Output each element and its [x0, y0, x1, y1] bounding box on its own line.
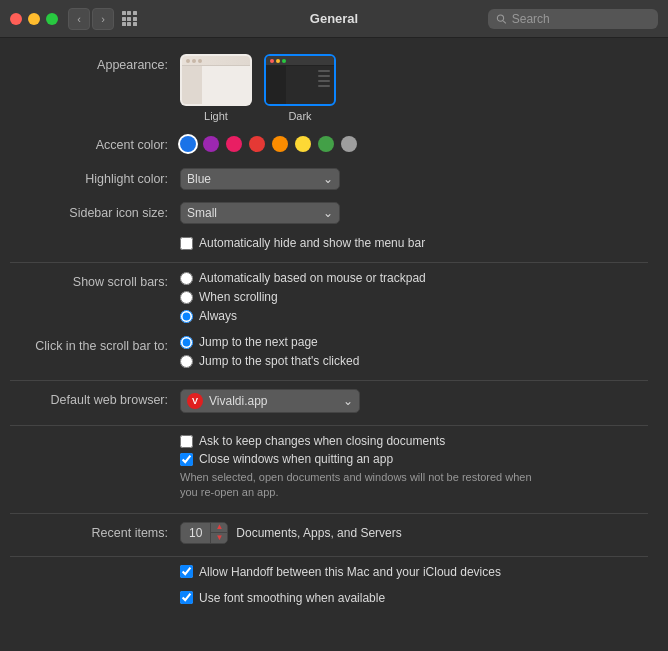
accent-color-options [180, 136, 648, 152]
font-smoothing-label[interactable]: Use font smoothing when available [199, 591, 385, 605]
content-area: Appearance: Light [0, 38, 668, 651]
back-button[interactable]: ‹ [68, 8, 90, 30]
font-smoothing-checkbox-row: Use font smoothing when available [180, 591, 648, 605]
click-next-page-row: Jump to the next page [180, 335, 648, 349]
handoff-label[interactable]: Allow Handoff between this Mac and your … [199, 565, 501, 579]
accent-yellow[interactable] [295, 136, 311, 152]
accent-color-row: Accent color: [10, 134, 648, 156]
scroll-auto-radio[interactable] [180, 272, 193, 285]
chevron-down-icon: ⌄ [323, 173, 333, 185]
accent-pink[interactable] [226, 136, 242, 152]
grid-icon [122, 11, 137, 26]
search-icon [496, 13, 507, 25]
recent-items-suffix: Documents, Apps, and Servers [236, 526, 401, 540]
menu-bar-checkbox[interactable] [180, 237, 193, 250]
scroll-scrolling-row: When scrolling [180, 290, 648, 304]
close-button[interactable] [10, 13, 22, 25]
font-smoothing-checkbox[interactable] [180, 591, 193, 604]
recent-items-stepper[interactable]: 10 ▲ ▼ [180, 522, 228, 544]
divider-5 [10, 556, 648, 557]
divider-1 [10, 262, 648, 263]
forward-button[interactable]: › [92, 8, 114, 30]
svg-point-0 [497, 14, 503, 20]
scroll-always-row: Always [180, 309, 648, 323]
appearance-options: Light Dark [180, 54, 648, 122]
default-browser-label: Default web browser: [10, 389, 180, 411]
font-smoothing-row: Use font smoothing when available [10, 591, 648, 605]
scroll-scrolling-label[interactable]: When scrolling [199, 290, 278, 304]
search-bar[interactable] [488, 9, 658, 29]
scroll-always-radio[interactable] [180, 310, 193, 323]
scroll-scrolling-radio[interactable] [180, 291, 193, 304]
highlight-color-label: Highlight color: [10, 168, 180, 190]
dark-theme-option[interactable]: Dark [264, 54, 336, 122]
click-next-page-radio[interactable] [180, 336, 193, 349]
recent-items-row: Recent items: 10 ▲ ▼ Documents, Apps, an… [10, 522, 648, 544]
highlight-color-row: Highlight color: Blue ⌄ [10, 168, 648, 190]
accent-red[interactable] [249, 136, 265, 152]
keep-changes-checkbox-row: Ask to keep changes when closing documen… [180, 434, 648, 448]
traffic-lights [10, 13, 58, 25]
accent-gray[interactable] [341, 136, 357, 152]
handoff-checkbox-row: Allow Handoff between this Mac and your … [180, 565, 648, 579]
sidebar-icon-size-dropdown[interactable]: Small ⌄ [180, 202, 340, 224]
vivaldi-icon: V [187, 393, 203, 409]
recent-items-value: 10 [181, 526, 210, 540]
accent-green[interactable] [318, 136, 334, 152]
menu-bar-row: Automatically hide and show the menu bar [10, 236, 648, 250]
light-theme-option[interactable]: Light [180, 54, 252, 122]
default-browser-row: Default web browser: V Vivaldi.app ⌄ [10, 389, 648, 413]
click-scroll-bar-row: Click in the scroll bar to: Jump to the … [10, 335, 648, 368]
scroll-always-label[interactable]: Always [199, 309, 237, 323]
stepper-buttons: ▲ ▼ [210, 522, 227, 544]
show-scroll-bars-row: Show scroll bars: Automatically based on… [10, 271, 648, 323]
default-browser-dropdown[interactable]: V Vivaldi.app ⌄ [180, 389, 360, 413]
accent-blue[interactable] [180, 136, 196, 152]
grid-button[interactable] [118, 8, 140, 30]
chevron-down-icon: ⌄ [343, 395, 353, 407]
click-spot-label[interactable]: Jump to the spot that's clicked [199, 354, 359, 368]
stepper-down-button[interactable]: ▼ [211, 533, 227, 544]
minimize-button[interactable] [28, 13, 40, 25]
sidebar-icon-size-label: Sidebar icon size: [10, 202, 180, 224]
sidebar-icon-size-value: Small [187, 206, 217, 220]
click-scroll-bar-label: Click in the scroll bar to: [10, 335, 180, 357]
search-input[interactable] [512, 12, 650, 26]
keep-changes-row: Ask to keep changes when closing documen… [10, 434, 648, 501]
handoff-row: Allow Handoff between this Mac and your … [10, 565, 648, 579]
click-spot-row: Jump to the spot that's clicked [180, 354, 648, 368]
menu-bar-checkbox-label[interactable]: Automatically hide and show the menu bar [199, 236, 425, 250]
dark-theme-thumb [264, 54, 336, 106]
close-windows-label[interactable]: Close windows when quitting an app [199, 452, 393, 466]
scroll-auto-label[interactable]: Automatically based on mouse or trackpad [199, 271, 426, 285]
default-browser-value: Vivaldi.app [209, 394, 268, 408]
svg-line-1 [503, 20, 506, 23]
close-windows-checkbox[interactable] [180, 453, 193, 466]
light-theme-label: Light [204, 110, 228, 122]
chevron-down-icon: ⌄ [323, 207, 333, 219]
titlebar: ‹ › General [0, 0, 668, 38]
appearance-label: Appearance: [10, 54, 180, 76]
appearance-row: Appearance: Light [10, 54, 648, 122]
accent-orange[interactable] [272, 136, 288, 152]
stepper-up-button[interactable]: ▲ [211, 522, 227, 533]
menu-bar-checkbox-row: Automatically hide and show the menu bar [180, 236, 648, 250]
close-windows-helper: When selected, open documents and window… [180, 470, 540, 501]
accent-purple[interactable] [203, 136, 219, 152]
highlight-color-value: Blue [187, 172, 211, 186]
recent-items-label: Recent items: [10, 522, 180, 544]
dark-theme-label: Dark [288, 110, 311, 122]
close-windows-checkbox-row: Close windows when quitting an app [180, 452, 648, 466]
window-title: General [310, 11, 358, 26]
show-scroll-bars-label: Show scroll bars: [10, 271, 180, 293]
recent-items-control: 10 ▲ ▼ Documents, Apps, and Servers [180, 522, 648, 544]
maximize-button[interactable] [46, 13, 58, 25]
keep-changes-label[interactable]: Ask to keep changes when closing documen… [199, 434, 445, 448]
handoff-checkbox[interactable] [180, 565, 193, 578]
click-next-page-label[interactable]: Jump to the next page [199, 335, 318, 349]
highlight-color-dropdown[interactable]: Blue ⌄ [180, 168, 340, 190]
accent-color-label: Accent color: [10, 134, 180, 156]
divider-2 [10, 380, 648, 381]
keep-changes-checkbox[interactable] [180, 435, 193, 448]
click-spot-radio[interactable] [180, 355, 193, 368]
